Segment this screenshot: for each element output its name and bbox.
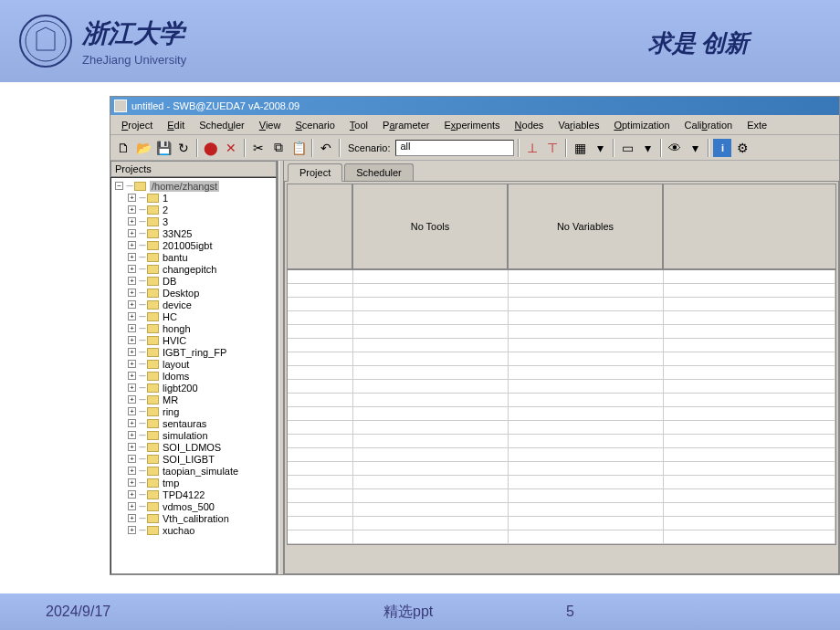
tree-item[interactable]: +─IGBT_ring_FP [113, 346, 274, 358]
expand-icon[interactable]: + [128, 348, 136, 356]
config-icon[interactable]: ⚙ [733, 139, 751, 157]
tree-item[interactable]: +─changepitch [113, 263, 274, 275]
tree-item[interactable]: +─3 [113, 215, 274, 227]
refresh-icon[interactable]: ↻ [174, 139, 193, 157]
tree-item[interactable]: +─HC [113, 310, 274, 322]
menu-scenario[interactable]: Scenario [288, 118, 341, 132]
grid-row[interactable] [288, 476, 835, 489]
tree-item[interactable]: +─layout [113, 358, 274, 370]
grid-row[interactable] [288, 407, 835, 421]
tree-item[interactable]: +─vdmos_500 [113, 500, 274, 512]
tree-item[interactable]: +─2 [113, 204, 274, 215]
tree-icon[interactable]: ⊥ [523, 139, 541, 157]
grid-row[interactable] [288, 530, 835, 544]
tree-item[interactable]: +─simulation [113, 429, 274, 441]
tab-project[interactable]: Project [288, 163, 342, 182]
paste-icon[interactable]: 📋 [289, 139, 308, 157]
grid-row[interactable] [288, 503, 835, 517]
tree-item[interactable]: +─201005igbt [113, 239, 274, 251]
expand-icon[interactable]: + [128, 467, 136, 475]
expand-icon[interactable]: + [128, 217, 136, 226]
tree-item[interactable]: +─ligbt200 [113, 382, 274, 394]
expand-icon[interactable]: + [128, 312, 136, 320]
tree-item[interactable]: +─ring [113, 405, 274, 417]
view-icon[interactable]: ▭ [618, 139, 636, 157]
grid-body[interactable] [287, 269, 836, 545]
menu-optimization[interactable]: Optimization [606, 118, 677, 132]
expand-icon[interactable]: + [128, 431, 136, 439]
undo-icon[interactable]: ↶ [317, 139, 335, 157]
stop-icon[interactable]: ⬤ [202, 139, 220, 157]
delete-icon[interactable]: ✕ [222, 139, 240, 157]
grid-row[interactable] [288, 311, 835, 325]
title-bar[interactable]: untitled - SWB@ZUEDA7 vA-2008.09 [110, 97, 839, 115]
tree-item[interactable]: +─TPD4122 [113, 488, 274, 500]
grid-row[interactable] [288, 380, 835, 394]
tree-root-label[interactable]: /home/zhangst [150, 181, 219, 192]
expand-icon[interactable]: + [128, 324, 136, 332]
grid-icon[interactable]: ▦ [571, 139, 589, 157]
menu-experiments[interactable]: Experiments [436, 118, 507, 132]
menu-parameter[interactable]: Parameter [375, 118, 436, 132]
expand-icon[interactable]: + [128, 395, 136, 404]
grid-row[interactable] [288, 462, 835, 476]
tree-item[interactable]: +─xuchao [113, 524, 274, 536]
tree-item[interactable]: +─taopian_simulate [113, 465, 274, 477]
grid-row[interactable] [288, 298, 835, 311]
expand-icon[interactable]: + [128, 419, 136, 427]
grid-row[interactable] [288, 489, 835, 503]
menu-nodes[interactable]: Nodes [508, 118, 551, 132]
grid-row[interactable] [288, 421, 835, 435]
menu-edit[interactable]: Edit [160, 118, 192, 132]
expand-icon[interactable]: + [128, 277, 136, 285]
expand-icon[interactable]: + [128, 443, 136, 451]
tree-item[interactable]: +─MR [113, 394, 274, 405]
tree-item[interactable]: +─DB [113, 275, 274, 287]
tree-root[interactable]: − ─ /home/zhangst [113, 180, 274, 192]
expand-icon[interactable]: + [128, 194, 136, 202]
grid-row[interactable] [288, 339, 835, 352]
grid-row[interactable] [288, 284, 835, 298]
expand-icon[interactable]: + [128, 502, 136, 510]
dropdown2-icon[interactable]: ▾ [638, 139, 656, 157]
expand-icon[interactable]: + [128, 526, 136, 534]
expand-icon[interactable]: + [128, 360, 136, 368]
tree-item[interactable]: +─SOI_LDMOS [113, 441, 274, 453]
info-icon[interactable]: i [713, 139, 731, 157]
eye-icon[interactable]: 👁 [666, 139, 684, 157]
menu-calibration[interactable]: Calibration [677, 118, 740, 132]
expand-icon[interactable]: + [128, 490, 136, 499]
tree-item[interactable]: +─33N25 [113, 227, 274, 239]
tree-item[interactable]: +─Vth_calibration [113, 512, 274, 524]
tree-item[interactable]: +─hongh [113, 322, 274, 334]
tree-item[interactable]: +─ldoms [113, 370, 274, 382]
grid-row[interactable] [288, 352, 835, 366]
expand-icon[interactable]: + [128, 300, 136, 309]
menu-variables[interactable]: Variables [551, 118, 606, 132]
grid-row[interactable] [288, 366, 835, 380]
dropdown3-icon[interactable]: ▾ [686, 139, 704, 157]
tree-item[interactable]: +─Desktop [113, 287, 274, 299]
collapse-icon[interactable]: − [115, 182, 123, 190]
expand-icon[interactable]: + [128, 289, 136, 297]
expand-icon[interactable]: + [128, 455, 136, 463]
tree-item[interactable]: +─1 [113, 192, 274, 204]
tree-item[interactable]: +─tmp [113, 477, 274, 488]
projects-tree[interactable]: − ─ /home/zhangst +─1+─2+─3+─33N25+─2010… [110, 177, 277, 574]
expand-icon[interactable]: + [128, 229, 136, 237]
expand-icon[interactable]: + [128, 253, 136, 261]
menu-view[interactable]: View [252, 118, 289, 132]
tree2-icon[interactable]: ⊤ [543, 139, 562, 157]
dropdown-icon[interactable]: ▾ [591, 139, 609, 157]
grid-row[interactable] [288, 517, 835, 530]
expand-icon[interactable]: + [128, 478, 136, 487]
expand-icon[interactable]: + [128, 336, 136, 344]
tree-item[interactable]: +─bantu [113, 251, 274, 263]
tree-item[interactable]: +─sentauras [113, 417, 274, 429]
expand-icon[interactable]: + [128, 241, 136, 249]
expand-icon[interactable]: + [128, 205, 136, 214]
tree-item[interactable]: +─device [113, 299, 274, 310]
expand-icon[interactable]: + [128, 514, 136, 522]
grid-row[interactable] [288, 325, 835, 339]
expand-icon[interactable]: + [128, 372, 136, 380]
